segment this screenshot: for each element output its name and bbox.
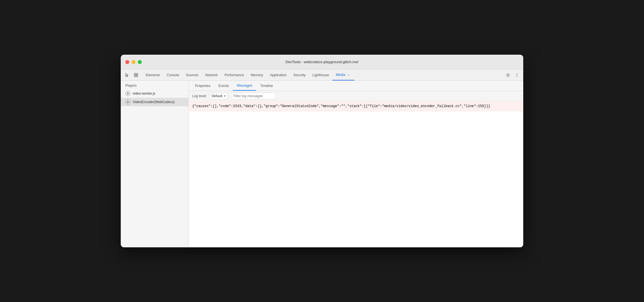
tab-sources-label: Sources <box>186 73 198 77</box>
tab-bar-right-tools <box>504 69 521 80</box>
tab-lighthouse[interactable]: Lighthouse <box>309 69 332 80</box>
svg-point-7 <box>517 76 518 77</box>
maximize-button[interactable] <box>138 60 142 64</box>
tab-performance-label: Performance <box>224 73 244 77</box>
minimize-button[interactable] <box>132 60 135 64</box>
tab-memory[interactable]: Memory <box>247 69 266 80</box>
tab-network-label: Network <box>205 73 218 77</box>
tab-bar: ElementsConsoleSourcesNetworkPerformance… <box>121 69 523 81</box>
filter-input[interactable] <box>231 93 276 99</box>
tab-elements-label: Elements <box>146 73 160 77</box>
tab-bar-left-tools <box>123 69 140 80</box>
sidebar-item-label-video-encoder: VideoEncoder(WebCodecs) <box>133 100 175 104</box>
tab-items: ElementsConsoleSourcesNetworkPerformance… <box>142 69 504 80</box>
svg-rect-2 <box>134 75 136 77</box>
tab-media[interactable]: Media× <box>332 69 354 80</box>
tab-memory-label: Memory <box>251 73 263 77</box>
play-icon-video-worker <box>125 91 130 96</box>
log-level-dropdown[interactable]: Default <box>209 93 228 99</box>
tab-sources[interactable]: Sources <box>183 69 202 80</box>
tab-security[interactable]: Security <box>290 69 309 80</box>
tab-network[interactable]: Network <box>202 69 221 80</box>
right-panel: Properties Events Messages Timeline Log … <box>189 81 523 247</box>
messages-area: {"causes":[],"code":1543,"data":{},"grou… <box>189 101 523 247</box>
sidebar-item-video-worker[interactable]: video-worker.js <box>121 89 188 98</box>
message-text: {"causes":[],"code":1543,"data":{},"grou… <box>192 104 490 108</box>
svg-point-6 <box>517 75 518 75</box>
devtools-window: DevTools - webcodecs-playground.glitch.m… <box>121 55 523 247</box>
tab-security-label: Security <box>293 73 306 77</box>
log-level-label: Log level: <box>192 94 207 98</box>
tab-media-close[interactable]: × <box>347 73 351 77</box>
sidebar-item-label-video-worker: video-worker.js <box>133 92 155 95</box>
tab-console-label: Console <box>167 73 179 77</box>
messages-toolbar: Log level: Default <box>189 91 523 101</box>
play-icon-video-encoder <box>125 99 130 105</box>
tab-console[interactable]: Console <box>163 69 183 80</box>
tab-application[interactable]: Application <box>266 69 290 80</box>
svg-point-5 <box>517 73 518 74</box>
tab-properties[interactable]: Properties <box>191 81 215 91</box>
tab-timeline[interactable]: Timeline <box>256 81 277 91</box>
tab-elements[interactable]: Elements <box>142 69 163 80</box>
sidebar-header: Players <box>121 81 188 89</box>
settings-icon[interactable] <box>504 71 512 79</box>
tab-performance[interactable]: Performance <box>221 69 247 80</box>
cursor-tool-icon[interactable] <box>123 71 131 79</box>
tab-messages[interactable]: Messages <box>233 81 256 91</box>
sub-tab-bar: Properties Events Messages Timeline <box>189 81 523 91</box>
svg-rect-3 <box>136 75 138 77</box>
traffic-lights <box>125 60 142 64</box>
tab-media-label: Media <box>336 73 345 77</box>
sidebar: Players video-worker.js VideoEncoder(Web… <box>121 81 189 247</box>
window-title: DevTools - webcodecs-playground.glitch.m… <box>285 60 359 64</box>
layers-tool-icon[interactable] <box>132 71 140 79</box>
svg-point-4 <box>507 74 509 76</box>
svg-rect-1 <box>136 73 138 75</box>
message-row: {"causes":[],"code":1543,"data":{},"grou… <box>189 101 523 111</box>
sidebar-item-video-encoder[interactable]: VideoEncoder(WebCodecs) <box>121 98 188 106</box>
close-button[interactable] <box>125 60 129 64</box>
tab-events[interactable]: Events <box>215 81 233 91</box>
main-content: Players video-worker.js VideoEncoder(Web… <box>121 81 523 247</box>
tab-lighthouse-label: Lighthouse <box>312 73 329 77</box>
title-bar: DevTools - webcodecs-playground.glitch.m… <box>121 55 523 69</box>
more-icon[interactable] <box>513 71 521 79</box>
tab-application-label: Application <box>270 73 287 77</box>
svg-rect-0 <box>134 73 136 75</box>
